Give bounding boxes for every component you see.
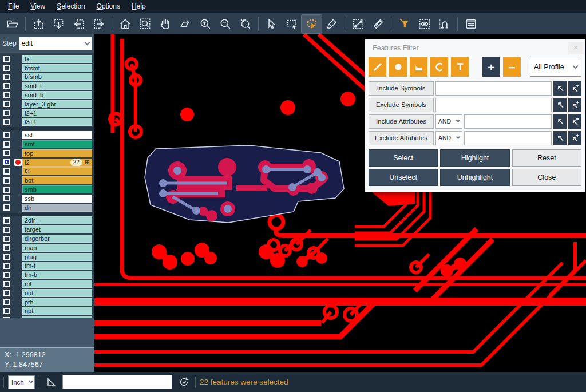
layer-active-indicator[interactable] <box>13 140 22 149</box>
pick-add-symbol-icon[interactable] <box>568 98 581 112</box>
menu-file[interactable]: File <box>2 1 25 12</box>
view-features-icon[interactable] <box>414 15 434 33</box>
exclude-attributes-button[interactable]: Exclude Attributes <box>369 131 434 145</box>
close-button[interactable]: Close <box>512 169 581 186</box>
layer-active-indicator[interactable] <box>13 118 22 127</box>
layer-visibility-checkbox[interactable] <box>0 279 13 288</box>
layer-active-indicator[interactable] <box>13 64 22 73</box>
layer-name[interactable]: bfsmb <box>22 73 92 81</box>
layer-name[interactable]: ssb <box>22 195 92 203</box>
layer-name[interactable]: tm-t <box>22 262 92 270</box>
layer-active-indicator[interactable] <box>13 252 22 262</box>
features-filter-icon[interactable] <box>394 15 414 33</box>
send-to-right-icon[interactable] <box>89 15 109 33</box>
layer-active-indicator[interactable] <box>13 262 22 271</box>
layer-visibility-checkbox[interactable] <box>0 216 13 225</box>
reset-button[interactable]: Reset <box>512 149 581 167</box>
zoom-in-icon[interactable] <box>195 15 215 33</box>
layer-name[interactable]: fx <box>22 55 92 63</box>
layer-name[interactable]: 2dir-- <box>22 216 92 224</box>
corner-snap-icon[interactable] <box>43 375 58 390</box>
layer-visibility-checkbox[interactable] <box>0 73 13 82</box>
pick-symbol-icon[interactable] <box>553 98 567 112</box>
menu-options[interactable]: Options <box>91 1 126 12</box>
layer-active-indicator[interactable] <box>13 279 22 288</box>
layer-visibility-checkbox[interactable] <box>0 167 13 176</box>
snap-magnet-icon[interactable] <box>434 15 454 33</box>
layer-visibility-checkbox[interactable] <box>0 243 13 252</box>
layer-name[interactable]: l3+1 <box>22 118 92 126</box>
layer-name[interactable]: plug <box>22 253 92 261</box>
layer-active-indicator[interactable] <box>13 149 22 158</box>
menu-view[interactable]: View <box>25 1 51 12</box>
layer-visibility-checkbox[interactable] <box>0 262 13 271</box>
refresh-icon[interactable] <box>176 375 191 390</box>
layer-active-indicator[interactable] <box>13 109 22 118</box>
send-to-left-icon[interactable] <box>69 15 89 33</box>
close-icon[interactable]: ✕ <box>568 42 583 54</box>
open-file-icon[interactable] <box>2 15 22 33</box>
layer-visibility-checkbox[interactable] <box>0 234 13 243</box>
layer-name[interactable]: mt <box>22 280 92 288</box>
unselect-button[interactable]: Unselect <box>369 169 438 186</box>
measure-ruler-icon[interactable] <box>368 15 388 33</box>
send-to-top-icon[interactable] <box>29 15 49 33</box>
layer-active-indicator[interactable] <box>13 194 22 203</box>
layer-active-indicator[interactable] <box>13 130 22 140</box>
layer-active-indicator[interactable] <box>13 270 22 279</box>
layer-visibility-checkbox[interactable] <box>0 158 13 167</box>
layer-active-indicator[interactable] <box>13 234 22 243</box>
pan-polygon-icon[interactable] <box>175 15 195 33</box>
layer-name[interactable]: layer_3.gbr <box>22 100 92 108</box>
remove-mode-button[interactable]: − <box>503 57 521 77</box>
layer-name[interactable]: map <box>22 244 92 252</box>
layer-active-indicator[interactable] <box>13 90 22 100</box>
select-arrow-icon[interactable] <box>262 15 282 33</box>
layer-active-indicator[interactable] <box>13 54 22 64</box>
layer-visibility-checkbox[interactable] <box>0 252 13 262</box>
layer-visibility-checkbox[interactable] <box>0 130 13 140</box>
text-features-button[interactable] <box>451 57 469 77</box>
clear-brush-icon[interactable] <box>322 15 342 33</box>
layer-visibility-checkbox[interactable] <box>0 81 13 90</box>
layer-active-indicator[interactable] <box>13 176 22 185</box>
layer-name[interactable]: smt <box>22 140 92 148</box>
layer-visibility-checkbox[interactable] <box>0 307 13 316</box>
layer-visibility-checkbox[interactable] <box>0 64 13 73</box>
layer-active-indicator[interactable] <box>13 100 22 109</box>
highlight-button[interactable]: Highlight <box>440 149 509 167</box>
layer-name[interactable]: l2+1 <box>22 109 92 117</box>
include-symbols-button[interactable]: Include Symbols <box>369 81 434 96</box>
layer-name[interactable]: out <box>22 289 92 297</box>
layer-active-indicator[interactable] <box>13 216 22 225</box>
layer-visibility-checkbox[interactable] <box>0 298 13 307</box>
menu-selection[interactable]: Selection <box>51 1 90 12</box>
layer-active-indicator[interactable] <box>13 298 22 307</box>
layer-visibility-checkbox[interactable] <box>0 176 13 185</box>
layer-active-indicator[interactable] <box>13 243 22 252</box>
zoom-window-icon[interactable] <box>135 15 155 33</box>
select-button[interactable]: Select <box>369 149 438 167</box>
layer-active-indicator[interactable] <box>13 225 22 234</box>
layer-active-indicator[interactable] <box>13 158 22 167</box>
layer-name[interactable]: target <box>22 225 92 233</box>
layer-active-indicator[interactable] <box>13 81 22 90</box>
layer-name[interactable]: dirgerber <box>22 235 92 243</box>
unhighlight-button[interactable]: Unhighlight <box>440 169 509 186</box>
layer-active-indicator[interactable] <box>13 167 22 176</box>
layer-name[interactable]: bot <box>22 176 92 184</box>
arc-features-button[interactable] <box>430 57 448 77</box>
pick-add-attribute-icon[interactable] <box>568 131 581 145</box>
pick-symbol-icon[interactable] <box>553 81 567 96</box>
select-rectangle-icon[interactable] <box>282 15 302 33</box>
layer-visibility-checkbox[interactable] <box>0 203 13 212</box>
pan-hand-icon[interactable] <box>155 15 175 33</box>
layer-name[interactable]: sst <box>22 131 92 139</box>
include-attributes-input[interactable] <box>464 114 552 129</box>
pick-add-symbol-icon[interactable] <box>568 81 581 96</box>
layer-name[interactable]: pth <box>22 298 92 306</box>
exclude-symbols-input[interactable] <box>435 98 552 112</box>
layer-active-indicator[interactable] <box>13 203 22 212</box>
layer-active-indicator[interactable] <box>13 185 22 194</box>
include-symbols-input[interactable] <box>435 81 552 96</box>
